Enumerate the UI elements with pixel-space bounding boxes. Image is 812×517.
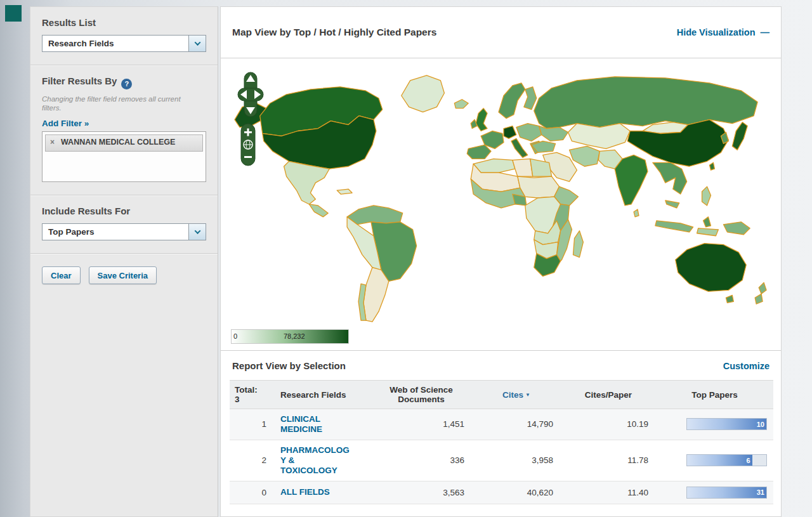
table-row: 1 CLINICAL MEDICINE 1,451 14,790 10.19 1… xyxy=(230,409,773,440)
zoom-out-icon xyxy=(244,156,252,158)
research-field-link[interactable]: CLINICAL MEDICINE xyxy=(280,414,351,435)
cell-cites: 14,790 xyxy=(472,409,561,440)
column-cites-per-paper: Cites/Paper xyxy=(561,381,656,409)
filter-chip: × WANNAN MEDICAL COLLEGE xyxy=(45,134,203,152)
filter-results-title: Filter Results By xyxy=(42,75,117,86)
table-row: 0 ALL FIELDS 3,563 40,620 11.40 31 xyxy=(230,481,773,504)
report-view-header: Report View by Selection Customize xyxy=(221,350,781,379)
world-map[interactable] xyxy=(223,62,779,339)
results-list-section: Results List Research Fields xyxy=(30,7,218,65)
legend-max-label: 78,232 xyxy=(284,332,305,340)
active-filter-list: × WANNAN MEDICAL COLLEGE xyxy=(42,131,206,182)
table-row: 2 PHARMACOLOGY & TOXICOLOGY 336 3,958 11… xyxy=(230,440,773,481)
help-icon[interactable]: ? xyxy=(121,79,132,89)
add-filter-link[interactable]: Add Filter » xyxy=(42,119,89,128)
main-panel: Map View by Top / Hot / Highly Cited Pap… xyxy=(220,6,782,517)
top-papers-bar: 6 xyxy=(686,454,767,466)
dropdown-button[interactable] xyxy=(188,224,206,240)
row-rank: 2 xyxy=(230,440,275,481)
map-view-header: Map View by Top / Hot / Highly Cited Pap… xyxy=(221,7,781,58)
column-cites[interactable]: Cites▼ xyxy=(472,381,561,409)
column-wos-documents: Web of Science Documents xyxy=(370,381,472,409)
legend-min-label: 0 xyxy=(233,332,237,340)
cell-cites-per-paper: 10.19 xyxy=(561,409,656,440)
column-research-fields: Research Fields xyxy=(275,381,370,409)
esi-application: Results List Research Fields Filter Resu… xyxy=(0,0,812,517)
sort-desc-icon: ▼ xyxy=(525,392,530,398)
map-view-title: Map View by Top / Hot / Highly Cited Pap… xyxy=(232,27,436,38)
report-table: Total: 3 Research Fields Web of Science … xyxy=(230,380,773,504)
clear-button[interactable]: Clear xyxy=(42,266,81,284)
filter-note: Changing the filter field removes all cu… xyxy=(42,95,197,114)
remove-filter-icon[interactable]: × xyxy=(50,138,55,147)
column-top-papers: Top Papers xyxy=(656,381,773,409)
cell-docs: 336 xyxy=(370,440,472,481)
row-rank: 1 xyxy=(230,409,275,440)
dropdown-button[interactable] xyxy=(188,36,206,51)
map-pan-control[interactable] xyxy=(236,71,265,118)
filter-sidebar: Results List Research Fields Filter Resu… xyxy=(30,6,218,517)
column-total: Total: 3 xyxy=(230,381,275,409)
map-region-north-america xyxy=(235,75,444,217)
cell-cites-per-paper: 11.40 xyxy=(561,481,656,504)
report-view-title: Report View by Selection xyxy=(232,360,346,371)
cell-cites: 3,958 xyxy=(472,440,561,481)
cell-cites-per-paper: 11.78 xyxy=(561,440,656,481)
research-field-link[interactable]: ALL FIELDS xyxy=(280,487,351,497)
map-area: 0 78,232 xyxy=(221,58,781,350)
chevron-down-icon xyxy=(194,39,200,46)
collapse-dash-icon: — xyxy=(761,27,770,37)
results-list-dropdown[interactable]: Research Fields xyxy=(42,35,206,52)
map-zoom-control[interactable] xyxy=(240,123,256,166)
results-list-value: Research Fields xyxy=(48,39,114,48)
top-papers-value: 31 xyxy=(757,488,766,496)
results-list-title: Results List xyxy=(42,17,206,28)
collapse-panel-button[interactable] xyxy=(5,5,22,22)
cell-cites: 40,620 xyxy=(472,481,561,504)
map-region-europe xyxy=(454,83,542,159)
top-papers-value: 6 xyxy=(746,457,752,464)
cell-docs: 3,563 xyxy=(370,481,472,504)
customize-link[interactable]: Customize xyxy=(723,361,769,371)
include-results-section: Include Results For Top Papers xyxy=(30,195,218,254)
table-header-row: Total: 3 Research Fields Web of Science … xyxy=(230,381,773,409)
top-papers-bar: 31 xyxy=(686,487,767,499)
map-color-legend: 0 78,232 xyxy=(231,329,349,344)
row-rank: 0 xyxy=(230,481,275,504)
include-results-value: Top Papers xyxy=(48,227,95,237)
research-field-link[interactable]: PHARMACOLOGY & TOXICOLOGY xyxy=(280,445,351,476)
filter-chip-label: WANNAN MEDICAL COLLEGE xyxy=(61,138,175,147)
top-papers-bar: 10 xyxy=(686,418,767,430)
cell-docs: 1,451 xyxy=(370,409,472,440)
chevron-down-icon xyxy=(194,228,200,235)
filter-results-section: Filter Results By? Changing the filter f… xyxy=(30,65,218,195)
map-region-south-america xyxy=(347,206,417,322)
save-criteria-button[interactable]: Save Criteria xyxy=(89,266,157,284)
sidebar-buttons: Clear Save Criteria xyxy=(30,254,218,297)
map-region-oceania xyxy=(676,244,766,304)
include-results-dropdown[interactable]: Top Papers xyxy=(42,223,206,240)
top-papers-value: 10 xyxy=(757,421,766,428)
hide-visualization-link[interactable]: Hide Visualization— xyxy=(677,27,769,37)
include-results-title: Include Results For xyxy=(42,206,206,216)
